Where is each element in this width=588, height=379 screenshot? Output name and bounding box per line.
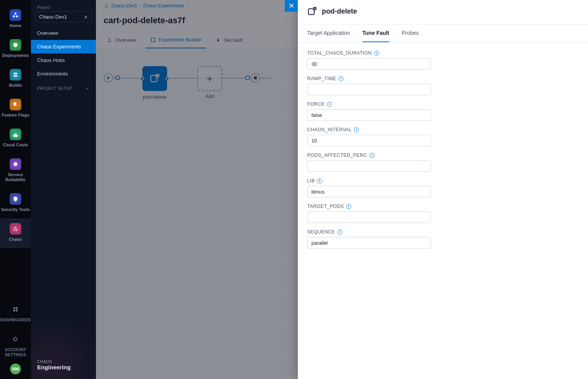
- input-sequence[interactable]: [307, 237, 431, 249]
- input-ramp-time[interactable]: [307, 84, 431, 95]
- harness-icon: [10, 9, 21, 21]
- sidebar-item-overview[interactable]: Overview: [31, 26, 96, 40]
- workflow-start-node[interactable]: [104, 73, 113, 82]
- chaos-breadcrumb-icon: [104, 3, 109, 9]
- workflow-add-node[interactable]: +: [197, 66, 222, 91]
- field-target-pods: TARGET_PODSi: [307, 204, 431, 223]
- deployments-icon: [10, 39, 21, 51]
- cloud-costs-icon: [10, 129, 21, 140]
- leftrail-feature-flags-label: Feature Flags: [2, 113, 29, 118]
- leftrail-account[interactable]: ACCOUNT SETTINGS: [0, 329, 31, 364]
- flyout-title: pod-delete: [322, 7, 357, 15]
- step-set-fault-label: Set fault: [224, 37, 243, 43]
- info-icon[interactable]: i: [338, 76, 344, 81]
- workflow-pod-delete-node[interactable]: [142, 66, 167, 91]
- step-set-fault[interactable]: Set fault: [211, 32, 247, 48]
- dashboards-icon: [10, 304, 21, 315]
- workflow-pod-delete-label: pod-delete: [139, 94, 170, 100]
- project-label: Project: [31, 0, 96, 11]
- fault-step-icon: [215, 38, 221, 43]
- leftrail-builds[interactable]: Builds: [0, 64, 31, 94]
- info-icon[interactable]: i: [327, 102, 332, 107]
- breadcrumb-experiments[interactable]: Chaos Experiments: [144, 3, 184, 9]
- leftrail-feature-flags[interactable]: Feature Flags: [0, 94, 31, 124]
- leftrail-security[interactable]: Security Tests: [0, 189, 31, 218]
- sidebar-item-environments[interactable]: Environments: [31, 67, 96, 81]
- sidebar-section-project-setup[interactable]: PROJECT SETUP: [31, 81, 96, 93]
- leftrail-chaos[interactable]: Chaos: [0, 218, 31, 248]
- field-label: TOTAL_CHAOS_DURATION: [307, 50, 372, 56]
- feature-flags-icon: [10, 99, 21, 110]
- info-icon[interactable]: i: [337, 230, 342, 235]
- sidebar-item-chaos-hubs[interactable]: Chaos Hubs: [31, 53, 96, 67]
- svg-point-1: [14, 162, 17, 166]
- leftrail-deployments[interactable]: Deployments: [0, 34, 31, 64]
- leftrail-home-label: Home: [10, 23, 22, 28]
- input-lib[interactable]: [307, 186, 431, 197]
- svg-point-0: [13, 43, 17, 47]
- info-icon[interactable]: i: [369, 153, 374, 158]
- info-icon[interactable]: i: [317, 178, 322, 183]
- breadcrumb-sep: ›: [140, 3, 141, 9]
- leftrail-builds-label: Builds: [9, 83, 22, 88]
- breadcrumb-sep: ›: [186, 3, 188, 9]
- leftrail-cloud-costs[interactable]: Cloud Costs: [0, 124, 31, 154]
- field-total-chaos-duration: TOTAL_CHAOS_DURATIONi: [307, 50, 431, 70]
- avatar[interactable]: NM: [10, 364, 21, 374]
- chevron-down-icon: [85, 86, 90, 91]
- field-label: LIB: [307, 178, 315, 183]
- svg-rect-2: [151, 75, 157, 82]
- field-label: SEQUENCE: [307, 229, 335, 235]
- field-label: PODS_AFFECTED_PERC: [307, 153, 367, 158]
- tab-tune-fault[interactable]: Tune Fault: [362, 24, 390, 42]
- input-force[interactable]: [307, 109, 431, 121]
- workflow-end-node[interactable]: [251, 73, 260, 82]
- project-select[interactable]: Chaos-Dev1: [35, 11, 92, 22]
- leftrail-account-label: ACCOUNT SETTINGS: [5, 347, 26, 357]
- sidebar-section-label: PROJECT SETUP: [37, 86, 72, 91]
- leftrail-sre[interactable]: Service Reliability: [0, 154, 31, 189]
- step-sep: ›: [207, 37, 209, 43]
- flyout-tabs: Target Application Tune Fault Probes: [298, 24, 588, 43]
- close-button[interactable]: ✕: [285, 0, 298, 12]
- security-icon: [10, 193, 21, 205]
- leftrail-home[interactable]: Home: [0, 5, 31, 34]
- tab-probes[interactable]: Probes: [402, 24, 419, 42]
- input-chaos-interval[interactable]: [307, 135, 431, 146]
- field-force: FORCEi: [307, 101, 431, 121]
- left-rail: Home Deployments Builds Feature Flags Cl…: [0, 0, 31, 379]
- leftrail-cloud-costs-label: Cloud Costs: [3, 142, 28, 147]
- leftrail-security-label: Security Tests: [1, 207, 30, 212]
- gear-icon: [10, 333, 21, 345]
- project-select-value: Chaos-Dev1: [39, 14, 67, 20]
- builds-icon: [10, 69, 21, 81]
- field-sequence: SEQUENCEi: [307, 229, 431, 249]
- tab-target-application[interactable]: Target Application: [307, 24, 350, 42]
- input-pods-affected-perc[interactable]: [307, 160, 431, 172]
- leftrail-dashboards[interactable]: DASHBOARDS: [0, 299, 31, 329]
- breadcrumb-project[interactable]: Chaos-Dev1: [111, 3, 137, 9]
- input-target-pods[interactable]: [307, 211, 431, 223]
- info-icon[interactable]: i: [374, 51, 379, 56]
- field-label: TARGET_PODS: [307, 204, 344, 209]
- leftrail-chaos-label: Chaos: [9, 237, 22, 242]
- field-label: CHAOS_INTERVAL: [307, 127, 352, 132]
- tune-fault-panel: ✕ pod-delete Target Application Tune Fau…: [298, 0, 588, 379]
- step-builder[interactable]: Experiment Builder: [146, 32, 206, 48]
- field-ramp-time: RAMP_TIMEi: [307, 76, 431, 95]
- leftrail-deployments-label: Deployments: [2, 53, 29, 58]
- field-label: RAMP_TIME: [307, 76, 336, 81]
- step-overview-label: Overview: [115, 37, 136, 43]
- pod-delete-icon: [149, 73, 160, 84]
- info-icon[interactable]: i: [346, 204, 351, 209]
- input-total-chaos-duration[interactable]: [307, 58, 431, 70]
- workflow-add-label: Add: [200, 93, 220, 99]
- step-overview[interactable]: Overview: [102, 32, 141, 48]
- leftrail-dashboards-label: DASHBOARDS: [0, 317, 31, 322]
- info-icon[interactable]: i: [354, 127, 359, 132]
- pod-delete-title-icon: [307, 6, 317, 16]
- field-lib: LIBi: [307, 178, 431, 197]
- chevron-right-icon: [83, 15, 88, 19]
- sidebar-item-chaos-experiments[interactable]: Chaos Experiments: [31, 40, 96, 53]
- flyout-body: TOTAL_CHAOS_DURATIONi RAMP_TIMEi FORCEi …: [298, 43, 588, 262]
